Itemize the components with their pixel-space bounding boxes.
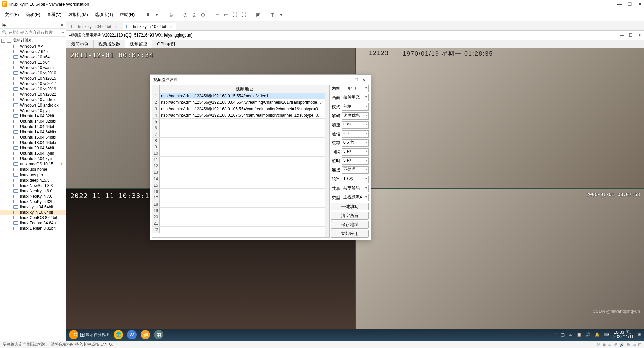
sidebar-item-vm[interactable]: Windows XP [0,44,66,49]
tree-root-label[interactable]: 我的计算机 [13,38,33,43]
url-row[interactable]: 5 [152,119,325,125]
menu-view[interactable]: 查看(V) [44,10,64,19]
sidebar-item-vm[interactable]: linux deepin15.3 [0,178,66,183]
url-row[interactable]: 4rtsp://admin:Admin123456@192.168.0.107:… [152,112,325,119]
guest-close-icon[interactable]: ✕ [638,33,641,38]
url-cell[interactable] [160,214,325,220]
url-row[interactable]: 12 [152,163,325,169]
dialog-close-icon[interactable]: ✕ [360,77,367,82]
vm-tab-1[interactable]: linux kylin 04 64bit ✕ [68,23,121,30]
url-cell[interactable] [160,125,325,131]
sidebar-close-icon[interactable]: ✕ [60,22,64,28]
sidebar-item-vm[interactable]: Windows 7 64bit [0,49,66,54]
device-printer-icon[interactable]: 🖶 [626,342,630,347]
menu-tabs[interactable]: 选项卡(T) [92,10,116,19]
sidebar-item-vm[interactable]: Ubuntu 16.04 Kylin [0,151,66,156]
url-cell[interactable] [160,195,325,201]
setting-select[interactable]: 句柄 [342,103,369,111]
clear-button[interactable]: 清空所有 [331,212,369,219]
sidebar-item-vm[interactable]: Windows 11 x64 [0,60,66,65]
sidebar-item-vm[interactable]: linux uos home [0,167,66,172]
url-row[interactable]: 1rtsp://admin:Admin123456@192.168.0.15:5… [152,93,325,99]
sidebar-item-vm[interactable]: Ubuntu 22.04 kylin [0,156,66,161]
fill-button[interactable]: 一键填写 [331,203,369,210]
snapshot-manage-icon[interactable]: ◶ [191,11,198,18]
sidebar-item-vm[interactable]: Windows 10 vs2019 [0,86,66,92]
vm-tab-2[interactable]: linux kylin 10 64bit ✕ [123,23,176,30]
sidebar-item-vm[interactable]: Windows 10 wasm [0,65,66,70]
sidebar-item-vm[interactable]: Ubuntu 14.04 32bitx [0,119,66,124]
sidebar-item-vm[interactable]: linux NeoKylin 6.0 [0,188,66,194]
sidebar-item-vm[interactable]: Ubuntu 16.04 64bitx [0,135,66,140]
sidebar-item-vm[interactable]: linux Debian 8 32bit [0,226,66,231]
sidebar-item-vm[interactable]: Windows 10 androidx [0,102,66,108]
sidebar-item-vm[interactable]: Windows 10 android [0,97,66,102]
tab-simple[interactable]: 最简示例 [66,40,94,48]
sidebar-item-vm[interactable]: Windows 10 vs2017 [0,81,66,86]
sidebar-item-vm[interactable]: Ubuntu 14.04 32bit [0,113,66,119]
tray-power-icon[interactable]: ☀ [638,332,641,337]
app-icon[interactable]: ▦ [154,330,163,339]
url-cell[interactable] [160,150,325,156]
url-cell[interactable] [160,176,325,182]
tab-gpu[interactable]: GPU示例 [152,40,180,48]
sidebar-item-vm[interactable]: Ubuntu 14.04 64bit [0,124,66,129]
menu-file[interactable]: 文件(F) [2,10,22,19]
url-row[interactable]: 22 [152,227,325,233]
sidebar-item-vm[interactable]: linux Fedora 34 64bit [0,220,66,226]
device-hdd-icon[interactable]: ⛁ [597,342,600,347]
uc-browser-icon[interactable]: UC [69,330,78,339]
tab-player[interactable]: 视频播放器 [94,40,125,48]
save-button[interactable]: 保存地址 [331,221,369,229]
url-cell[interactable] [160,208,325,214]
guest-maximize-icon[interactable]: ☐ [629,33,633,38]
sidebar-item-vm[interactable]: linux NewStart 3.3 [0,183,66,188]
sidebar-item-vm[interactable]: Ubuntu 18.04 64bitx [0,140,66,145]
tray-chevron-icon[interactable]: ˄ [555,332,557,337]
url-cell[interactable] [160,182,325,188]
dropdown-icon[interactable]: ▾ [153,11,160,18]
tray-volume-icon[interactable]: 🔊 [586,332,591,337]
apply-button[interactable]: 立即应用 [331,230,369,238]
url-row[interactable]: 17 [152,195,325,201]
url-row[interactable]: 14 [152,176,325,182]
revert-icon[interactable]: ◵ [199,11,207,18]
sidebar-item-vm[interactable]: Windows 10 vs2022 [0,92,66,97]
tray-battery-icon[interactable]: ▢ [561,332,565,337]
url-cell[interactable] [160,220,325,226]
url-row[interactable]: 10 [152,150,325,157]
setting-select[interactable]: 主视频流4 [342,194,369,201]
menu-edit[interactable]: 编辑(E) [23,10,43,19]
tray-keyboard-icon[interactable]: ⌨ [604,332,609,337]
url-row[interactable]: 2rtsp://admin:Admin123456@192.168.0.64:5… [152,99,325,106]
setting-select[interactable]: none [342,121,369,129]
device-sound-icon[interactable]: 🔊 [619,342,624,347]
url-cell[interactable]: rtsp://admin:Admin123456@192.168.0.106:5… [160,106,325,112]
url-row[interactable]: 21 [152,220,325,227]
taskbar-clock[interactable]: 10:33 周五 2022/11/11 [613,330,634,339]
menu-vm[interactable]: 虚拟机(M) [65,10,91,19]
sidebar-item-vm[interactable]: linux kylin 04 64bit [0,204,66,210]
files-icon[interactable]: 📁 [141,330,150,339]
tray-notify-icon[interactable]: 🔔 [595,332,600,337]
dialog-maximize-icon[interactable]: ☐ [353,77,360,82]
sidebar-item-vm[interactable]: Windows 10 vs2010 [0,70,66,76]
url-cell[interactable] [160,131,325,137]
tree-collapse-icon[interactable]: − [1,39,5,43]
setting-select[interactable]: 共享解码 [342,185,369,192]
setting-select[interactable]: tcp [342,130,369,138]
device-cd-icon[interactable]: ◉ [602,342,606,347]
sidebar-item-vm[interactable]: linux CentOS 8 64bit [0,215,66,220]
url-cell[interactable]: rtsp://admin:Admin123456@192.168.0.15:55… [160,93,325,99]
url-cell[interactable] [160,138,325,144]
search-dropdown-icon[interactable]: ▾ [62,30,64,35]
sidebar-item-vm[interactable]: Ubuntu 20.04 64bit [0,145,66,151]
sidebar-item-vm[interactable]: Ubuntu 14.04 64bitx [0,129,66,135]
fullscreen-icon[interactable]: ▣ [254,11,262,18]
menu-help[interactable]: 帮助(H) [117,10,137,19]
view-fit-icon[interactable]: ⛶ [231,11,238,18]
device-net-icon[interactable]: 🖧 [608,342,612,347]
url-cell[interactable]: rtsp://admin:Admin123456@192.168.0.64:55… [160,99,325,106]
tray-clipboard-icon[interactable]: 📋 [577,332,582,337]
url-cell[interactable] [160,169,325,176]
